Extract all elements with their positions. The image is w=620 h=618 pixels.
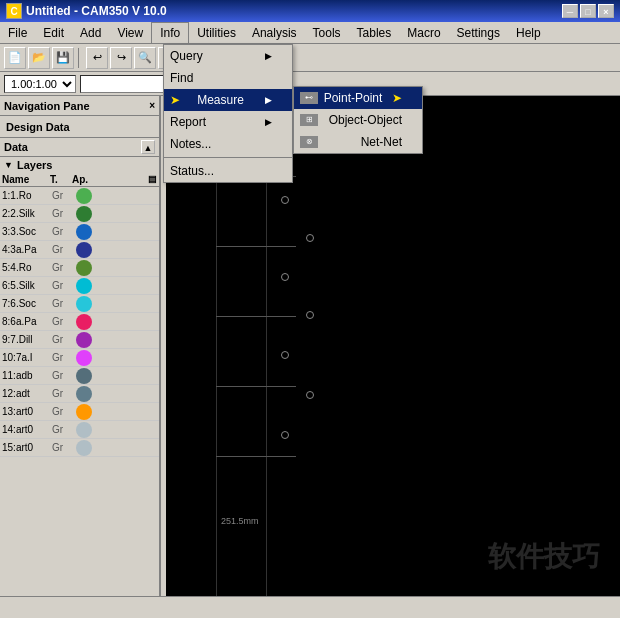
maximize-button[interactable]: □ [580,4,596,18]
app-icon: C [6,3,22,19]
layer-color [76,422,92,438]
layer-type: Gr [52,226,74,237]
layer-name: 15:art0 [2,442,52,453]
layer-type: Gr [52,262,74,273]
navigation-pane: Navigation Pane × Design Data Data ▲ Lay… [0,96,160,596]
layer-color [76,278,92,294]
col-name: Name [2,174,50,185]
menu-query[interactable]: Query ▶ [164,45,292,67]
save-button[interactable]: 💾 [52,47,74,69]
zoom-in-button[interactable]: 🔍 [134,47,156,69]
menu-notes[interactable]: Notes... [164,133,292,155]
layer-row[interactable]: 13:art0 Gr [0,403,159,421]
layer-row[interactable]: 2:2.Silk Gr [0,205,159,223]
col-ap: Ap. [72,174,94,185]
main-layout: Navigation Pane × Design Data Data ▲ Lay… [0,96,620,596]
menu-separator [164,157,292,158]
layer-type: Gr [52,388,74,399]
menu-macro[interactable]: Macro [399,22,448,43]
menu-info[interactable]: Info [151,22,189,43]
scale-dropdown[interactable]: 1.00:1.00 [4,75,76,93]
layer-name: 1:1.Ro [2,190,52,201]
layer-row[interactable]: 11:adb Gr [0,367,159,385]
info-dropdown: Query ▶ Find ➤ Measure ▶ Report ▶ Notes.… [163,44,293,183]
data-header: Data ▲ [0,138,159,157]
net-net-icon: ⊗ [300,136,318,148]
layer-row[interactable]: 10:7a.I Gr [0,349,159,367]
via-8 [281,431,289,439]
layer-name: 3:3.Soc [2,226,52,237]
object-object-label: Object-Object [329,113,402,127]
menu-tools[interactable]: Tools [305,22,349,43]
net-net-label: Net-Net [361,135,402,149]
menu-measure[interactable]: ➤ Measure ▶ [164,89,292,111]
layer-color [76,332,92,348]
menu-settings[interactable]: Settings [449,22,508,43]
measure-point-point[interactable]: ⊷ Point-Point ➤ [294,87,422,109]
measure-object-object[interactable]: ⊞ Object-Object [294,109,422,131]
menu-find[interactable]: Find [164,67,292,89]
title-bar: C Untitled - CAM350 V 10.0 ─ □ × [0,0,620,22]
coord-label: 251.5mm [221,516,259,526]
layer-row[interactable]: 5:4.Ro Gr [0,259,159,277]
find-label: Find [170,71,193,85]
layer-row[interactable]: 14:art0 Gr [0,421,159,439]
data-expand-button[interactable]: ▲ [141,140,155,154]
title-text: Untitled - CAM350 V 10.0 [26,4,167,18]
layer-name: 2:2.Silk [2,208,52,219]
menu-add[interactable]: Add [72,22,109,43]
layer-type: Gr [52,334,74,345]
layer-color [76,386,92,402]
layer-color [76,440,92,456]
layer-type: Gr [52,244,74,255]
layer-type: Gr [52,424,74,435]
minimize-button[interactable]: ─ [562,4,578,18]
new-button[interactable]: 📄 [4,47,26,69]
pcb-line-4 [216,316,296,317]
open-button[interactable]: 📂 [28,47,50,69]
layer-row[interactable]: 4:3a.Pa Gr [0,241,159,259]
menu-edit[interactable]: Edit [35,22,72,43]
undo-button[interactable]: ↩ [86,47,108,69]
menu-status[interactable]: Status... [164,160,292,182]
layer-color [76,260,92,276]
layer-color [76,296,92,312]
menu-report[interactable]: Report ▶ [164,111,292,133]
report-label: Report [170,115,206,129]
via-4 [281,273,289,281]
measure-net-net[interactable]: ⊗ Net-Net [294,131,422,153]
menu-view[interactable]: View [109,22,151,43]
layer-row[interactable]: 12:adt Gr [0,385,159,403]
nav-pane-close-button[interactable]: × [149,100,155,111]
menu-help[interactable]: Help [508,22,549,43]
redo-button[interactable]: ↪ [110,47,132,69]
layer-name: 12:adt [2,388,52,399]
layer-name: 14:art0 [2,424,52,435]
layer-name: 9:7.Dill [2,334,52,345]
layer-row[interactable]: 3:3.Soc Gr [0,223,159,241]
layer-row[interactable]: 15:art0 Gr [0,439,159,457]
menu-utilities[interactable]: Utilities [189,22,244,43]
layer-row[interactable]: 6:5.Silk Gr [0,277,159,295]
layer-name: 6:5.Silk [2,280,52,291]
close-button[interactable]: × [598,4,614,18]
layer-row[interactable]: 8:6a.Pa Gr [0,313,159,331]
layer-name: 11:adb [2,370,52,381]
layer-row[interactable]: 7:6.Soc Gr [0,295,159,313]
layer-color [76,188,92,204]
layer-name: 13:art0 [2,406,52,417]
design-data-tab[interactable]: Design Data [0,116,159,138]
layer-color [76,350,92,366]
layer-color [76,368,92,384]
menu-analysis[interactable]: Analysis [244,22,305,43]
pcb-line-6 [216,456,296,457]
layer-type: Gr [52,406,74,417]
pcb-line-3 [216,246,296,247]
layer-row[interactable]: 1:1.Ro Gr [0,187,159,205]
layer-type: Gr [52,442,74,453]
layers-scroll-area[interactable]: 1:1.Ro Gr 2:2.Silk Gr 3:3.Soc Gr 4:3a.Pa… [0,187,159,596]
menu-tables[interactable]: Tables [349,22,400,43]
layer-row[interactable]: 9:7.Dill Gr [0,331,159,349]
watermark: 软件技巧 [488,538,600,576]
menu-file[interactable]: File [0,22,35,43]
